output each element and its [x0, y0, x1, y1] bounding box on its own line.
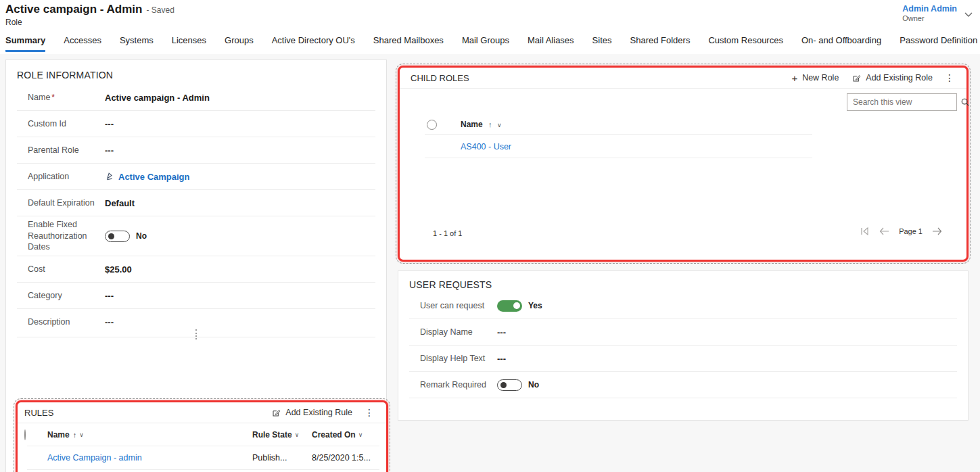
child-roles-column-name[interactable]: Name ↑ ∨: [461, 120, 501, 129]
field-row-name: Name* Active campaign - Admin: [17, 85, 375, 111]
rules-column-name[interactable]: Name ↑ ∨: [47, 430, 252, 440]
category-value[interactable]: ---: [105, 291, 114, 301]
first-page-icon[interactable]: [860, 227, 870, 235]
child-roles-more-commands-icon[interactable]: ⋮: [939, 72, 960, 83]
field-row-enable-fixed-reauthorization-dates: Enable Fixed Reauthorization Dates No: [17, 216, 375, 256]
user-requests-fields: User can request Yes Display Name --- Di…: [409, 293, 957, 398]
new-role-button[interactable]: + New Role: [785, 72, 845, 84]
cost-label: Cost: [28, 264, 105, 275]
child-roles-select-all-radio[interactable]: [427, 120, 437, 130]
rule-name-link[interactable]: Active Campaign - admin: [47, 453, 142, 463]
field-row-user-can-request: User can request Yes: [409, 293, 957, 319]
search-input[interactable]: [847, 97, 960, 107]
toggle-knob: [108, 233, 114, 239]
tab-mail-groups[interactable]: Mail Groups: [462, 35, 509, 50]
field-row-category: Category ---: [17, 283, 375, 309]
name-value[interactable]: Active campaign - Admin: [105, 93, 210, 103]
child-roles-title: CHILD ROLES: [411, 73, 469, 83]
tab-on-and-offboarding[interactable]: On- and Offboarding: [801, 35, 881, 50]
tab-accesses[interactable]: Accesses: [64, 35, 101, 50]
toggle-knob: [513, 302, 520, 309]
enable-fixed-reauthorization-dates-toggle[interactable]: [105, 231, 130, 242]
save-status: - Saved: [146, 5, 174, 15]
splitter-handle[interactable]: [195, 329, 197, 339]
tab-groups[interactable]: Groups: [225, 35, 254, 50]
child-role-name-link[interactable]: AS400 - User: [461, 142, 511, 151]
tab-sites[interactable]: Sites: [592, 35, 612, 50]
field-row-default-expiration: Default Expiration Default: [17, 190, 375, 216]
parental-role-value[interactable]: ---: [105, 145, 114, 156]
owner-link[interactable]: Admin Admin: [902, 4, 957, 14]
name-label: Name: [28, 93, 50, 102]
child-roles-header: CHILD ROLES + New Role Add Existing Role…: [400, 68, 966, 89]
rule-created-on-cell: 8/25/2020 1:5...: [312, 453, 371, 463]
child-roles-table-row[interactable]: AS400 - User: [461, 137, 511, 157]
tab-licenses[interactable]: Licenses: [172, 35, 206, 50]
custom-id-label: Custom Id: [28, 118, 105, 130]
rules-select-all-radio[interactable]: [24, 429, 26, 440]
rules-table-row[interactable]: Active Campaign - admin Publish... 8/25/…: [18, 446, 386, 469]
column-menu-chevron-icon: ∨: [497, 122, 502, 128]
field-row-remark-required: Remark Required No: [409, 372, 957, 398]
tab-custom-resources[interactable]: Custom Resources: [708, 35, 783, 50]
grid-divider: [425, 158, 812, 158]
field-row-cost: Cost $25.00: [17, 256, 375, 283]
rule-state-cell: Publish...: [252, 453, 287, 463]
rules-column-created-on[interactable]: Created On ∨: [312, 430, 386, 440]
record-tab-bar: Summary Accesses Systems Licenses Groups…: [5, 35, 979, 54]
tab-shared-folders[interactable]: Shared Folders: [630, 35, 691, 50]
required-asterisk: *: [51, 93, 55, 102]
column-menu-chevron-icon: ∨: [358, 431, 363, 438]
display-name-label: Display Name: [420, 327, 497, 338]
rules-more-commands-icon[interactable]: ⋮: [359, 407, 379, 418]
add-existing-rule-label: Add Existing Rule: [285, 408, 352, 417]
page-header: Active campaign - Admin- Saved Role Admi…: [0, 0, 980, 32]
search-icon[interactable]: [960, 97, 970, 107]
parental-role-label: Parental Role: [28, 145, 105, 156]
custom-id-value[interactable]: ---: [105, 119, 114, 129]
role-information-title: ROLE INFORMATION: [17, 70, 375, 80]
application-entity-icon: [105, 171, 114, 183]
rules-subgrid: RULES Add Existing Rule ⋮ Name ↑ ∨: [16, 400, 388, 472]
field-row-display-help-text: Display Help Text ---: [409, 346, 957, 372]
tab-systems[interactable]: Systems: [120, 35, 154, 50]
user-can-request-toggle[interactable]: [497, 300, 522, 312]
description-value[interactable]: ---: [105, 317, 114, 327]
rules-column-headers: Name ↑ ∨ Rule State ∨ Created On ∨: [18, 423, 386, 446]
previous-page-icon[interactable]: [879, 227, 889, 235]
chevron-down-icon[interactable]: [962, 8, 975, 20]
cost-value[interactable]: $25.00: [105, 264, 132, 275]
page-number-label: Page 1: [899, 227, 923, 235]
application-label: Application: [28, 171, 105, 183]
add-existing-icon: [852, 74, 861, 82]
rules-column-rule-state[interactable]: Rule State ∨: [252, 430, 312, 440]
subgrid-search-box: [847, 93, 957, 111]
rules-header: RULES Add Existing Rule ⋮: [18, 402, 386, 423]
add-existing-role-button[interactable]: Add Existing Role: [845, 73, 939, 82]
display-help-text-value[interactable]: ---: [497, 354, 506, 364]
display-help-text-label: Display Help Text: [420, 353, 497, 364]
tab-active-directory-ous[interactable]: Active Directory OU's: [272, 35, 355, 50]
rules-title: RULES: [24, 408, 53, 418]
user-requests-card: USER REQUESTS User can request Yes Displ…: [398, 270, 969, 421]
field-row-application: Application Active Campaign: [17, 164, 375, 190]
entity-type-label: Role: [5, 18, 22, 27]
tab-mail-aliases[interactable]: Mail Aliases: [528, 35, 574, 50]
remark-required-toggle[interactable]: [497, 379, 522, 391]
description-label: Description: [28, 316, 105, 328]
tab-summary[interactable]: Summary: [5, 35, 45, 52]
sort-ascending-icon: ↑: [488, 120, 492, 128]
next-page-icon[interactable]: [932, 227, 942, 235]
owner-field: Admin Admin Owner: [902, 4, 957, 22]
application-lookup-link[interactable]: Active Campaign: [105, 171, 189, 183]
default-expiration-value[interactable]: Default: [105, 198, 135, 208]
field-row-custom-id: Custom Id ---: [17, 111, 375, 137]
display-name-value[interactable]: ---: [497, 327, 506, 337]
category-label: Category: [28, 290, 105, 302]
column-menu-chevron-icon: ∨: [295, 431, 300, 438]
sort-ascending-icon: ↑: [73, 431, 77, 439]
new-role-label: New Role: [802, 73, 839, 82]
tab-shared-mailboxes[interactable]: Shared Mailboxes: [373, 35, 444, 50]
add-existing-rule-button[interactable]: Add Existing Rule: [265, 408, 359, 417]
tab-password-definition[interactable]: Password Definition: [900, 35, 977, 50]
